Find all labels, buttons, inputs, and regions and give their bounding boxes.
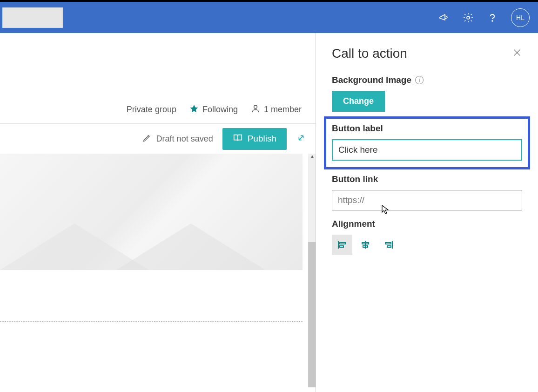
draft-status-button[interactable]: Draft not saved: [142, 133, 213, 145]
site-meta-row: Private group Following 1 member: [0, 96, 316, 124]
alignment-group: [332, 235, 522, 255]
svg-rect-10: [385, 243, 391, 244]
align-left-button[interactable]: [332, 235, 352, 255]
svg-rect-11: [387, 246, 391, 247]
members-link[interactable]: 1 member: [251, 103, 302, 116]
group-type-label: Private group: [127, 105, 176, 115]
pencil-icon: [142, 133, 152, 145]
search-input[interactable]: [2, 7, 63, 28]
button-label-highlight: Button label: [324, 116, 530, 169]
svg-rect-4: [340, 243, 345, 244]
svg-point-0: [467, 16, 470, 19]
expand-icon[interactable]: [296, 133, 306, 145]
alignment-label: Alignment: [332, 219, 522, 229]
help-icon[interactable]: [487, 12, 498, 23]
scroll-up-arrow[interactable]: ▲: [310, 154, 315, 159]
align-center-button[interactable]: [355, 235, 376, 255]
book-icon: [233, 133, 243, 145]
svg-rect-5: [340, 246, 343, 247]
svg-point-1: [492, 20, 493, 21]
panel-title: Call to action: [332, 46, 407, 61]
close-icon[interactable]: [512, 47, 522, 60]
hero-background: [0, 154, 303, 270]
align-right-button[interactable]: [378, 235, 399, 255]
app-header: HL: [0, 2, 538, 33]
publish-button[interactable]: Publish: [222, 128, 287, 150]
person-icon: [251, 103, 260, 116]
star-icon: [189, 104, 199, 115]
page-canvas[interactable]: ▲: [0, 154, 316, 386]
button-label-input[interactable]: [332, 139, 522, 161]
member-count: 1 member: [264, 105, 302, 115]
draft-status-text: Draft not saved: [156, 134, 213, 144]
background-image-label: Background image i: [332, 75, 522, 85]
svg-point-2: [254, 105, 257, 108]
scrollbar-thumb[interactable]: [308, 242, 316, 387]
page-content: Private group Following 1 member Draft n…: [0, 33, 316, 392]
avatar[interactable]: HL: [511, 8, 530, 27]
button-link-label: Button link: [332, 174, 522, 184]
publish-label: Publish: [248, 134, 276, 144]
avatar-initials: HL: [516, 14, 525, 21]
info-icon[interactable]: i: [415, 76, 424, 84]
button-link-input[interactable]: [332, 190, 522, 210]
page-toolbar: Draft not saved Publish: [0, 124, 316, 154]
megaphone-icon[interactable]: [438, 12, 450, 23]
property-panel: Call to action Background image i Change…: [316, 33, 538, 392]
following-label: Following: [202, 105, 238, 115]
change-button[interactable]: Change: [332, 91, 385, 112]
section-divider: [0, 321, 303, 322]
button-label-label: Button label: [332, 123, 522, 134]
gear-icon[interactable]: [463, 12, 474, 23]
following-toggle[interactable]: Following: [189, 104, 238, 115]
